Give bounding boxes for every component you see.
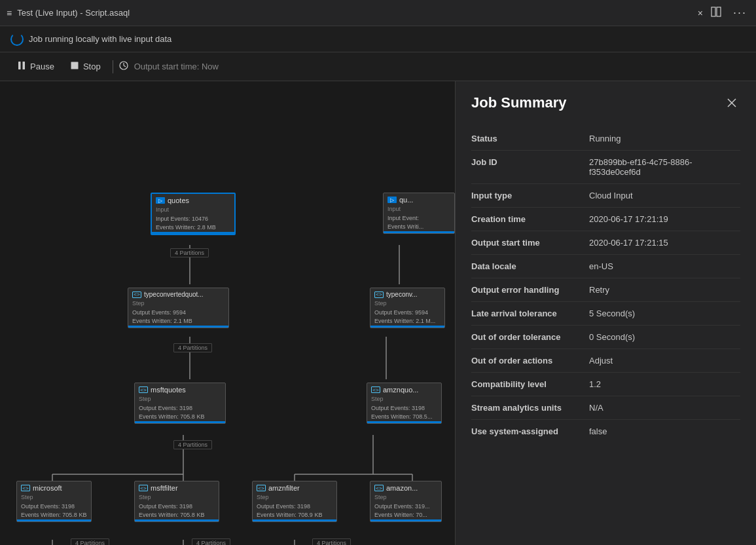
node-msftfilter[interactable]: <> msftfilter Step Output Events: 3198 E… [134, 481, 219, 522]
summary-value: 5 Second(s) [589, 309, 740, 318]
node-amznfilter-icon: <> [257, 485, 266, 491]
tab-close-icon[interactable]: × [698, 8, 703, 18]
summary-value: 27b899bb-ef16-4c75-8886-f353de0cef6d [589, 157, 740, 177]
toolbar: Pause Stop Output start time: Now [0, 52, 756, 81]
node-amznquotes-icon: <> [371, 386, 380, 393]
node-typeconverted1[interactable]: <> typeconvertedquot... Step Output Even… [128, 288, 229, 328]
node-bar [367, 421, 441, 423]
summary-label: Out of order tolerance [471, 332, 589, 342]
summary-row: StatusRunning [471, 127, 740, 151]
node-amznfilter[interactable]: <> amznfilter Step Output Events: 3198 E… [252, 481, 337, 522]
node-amazon[interactable]: <> amazon... Step Output Events: 319... … [370, 481, 442, 522]
summary-label: Input type [471, 191, 589, 200]
panel-header: Job Summary [471, 94, 740, 111]
summary-value: 1.2 [589, 379, 740, 389]
summary-row: Output error handlingRetry [471, 278, 740, 302]
summary-label: Creation time [471, 214, 589, 224]
node-typeconverted2-icon: <> [374, 291, 384, 298]
summary-row: Output start time2020-06-17 17:21:15 [471, 231, 740, 255]
output-time-label: Output start time: Now [134, 62, 219, 71]
partition-label-1: 4 Partitions [170, 248, 209, 257]
panel-close-button[interactable] [723, 94, 740, 111]
node-typeconverted2[interactable]: <> typeconv... Step Output Events: 9594 … [370, 288, 445, 328]
node-typeconverted1-icon: <> [132, 291, 141, 298]
summary-table: StatusRunningJob ID27b899bb-ef16-4c75-88… [471, 127, 740, 443]
summary-label: Stream analytics units [471, 403, 589, 413]
svg-rect-0 [711, 7, 715, 16]
svg-rect-3 [23, 62, 26, 69]
more-actions-button[interactable]: ··· [730, 5, 749, 21]
node-bar [128, 326, 228, 328]
summary-row: Job ID27b899bb-ef16-4c75-8886-f353de0cef… [471, 151, 740, 184]
node-amazon-icon: <> [374, 485, 384, 491]
node-amznquotes[interactable]: <> amznquo... Step Output Events: 3198 E… [367, 383, 442, 424]
node-msftfilter-icon: <> [139, 485, 148, 491]
summary-label: Output start time [471, 238, 589, 248]
summary-label: Data locale [471, 261, 589, 271]
summary-row: Use system-assignedfalse [471, 420, 740, 443]
node-quotes1-icon: ▷ [156, 197, 165, 204]
status-text: Job running locally with live input data [29, 34, 171, 44]
pause-button[interactable]: Pause [10, 57, 61, 76]
summary-label: Out of order actions [471, 356, 589, 366]
node-bar [135, 421, 225, 423]
summary-row: Out of order tolerance0 Second(s) [471, 326, 740, 349]
partition-label-5: 4 Partitions [192, 538, 230, 545]
node-bar [370, 326, 444, 328]
main-content: ▷ quotes Input Input Events: 10476 Event… [0, 81, 756, 545]
node-bar [253, 519, 336, 521]
summary-value: en-US [589, 261, 740, 271]
stop-icon [70, 61, 79, 72]
summary-value: 2020-06-17 17:21:19 [589, 214, 740, 224]
node-bar [152, 232, 234, 234]
toolbar-separator [113, 60, 113, 73]
node-msftquotes[interactable]: <> msftquotes Step Output Events: 3198 E… [134, 383, 226, 424]
title-bar-actions: ··· [708, 5, 749, 21]
menu-icon[interactable]: ≡ [7, 8, 12, 18]
node-bar [384, 231, 454, 233]
summary-row: Stream analytics unitsN/A [471, 396, 740, 420]
node-bar [135, 519, 219, 521]
node-quotes1[interactable]: ▷ quotes Input Input Events: 10476 Event… [151, 193, 236, 235]
summary-value: Running [589, 134, 740, 143]
summary-row: Creation time2020-06-17 17:21:19 [471, 208, 740, 231]
diagram-canvas-area[interactable]: ▷ quotes Input Input Events: 10476 Event… [0, 81, 455, 545]
partition-label-2: 4 Partitions [173, 343, 212, 352]
title-bar: ≡ Test (Live Input) - Script.asaql × ··· [0, 0, 756, 26]
stop-button[interactable]: Stop [63, 57, 107, 76]
loading-spinner [10, 33, 24, 46]
summary-label: Use system-assigned [471, 426, 589, 436]
node-bar [370, 519, 441, 521]
split-editor-button[interactable] [708, 5, 724, 21]
summary-label: Late arrival tolerance [471, 309, 589, 318]
status-bar: Job running locally with live input data [0, 26, 756, 52]
summary-label: Compatibility level [471, 379, 589, 389]
summary-value: 0 Second(s) [589, 332, 740, 342]
node-quotes2-icon: ▷ [387, 197, 397, 203]
svg-rect-2 [18, 62, 21, 69]
node-quotes2[interactable]: ▷ qu... Input Input Event: Events Writi.… [383, 193, 455, 234]
clock-icon [118, 60, 129, 73]
summary-value: Adjust [589, 356, 740, 366]
svg-line-7 [124, 66, 126, 67]
summary-label: Status [471, 134, 589, 143]
tab-title: Test (Live Input) - Script.asaql [17, 8, 690, 18]
partition-label-6: 4 Partitions [312, 538, 351, 545]
summary-label: Output error handling [471, 285, 589, 295]
summary-row: Data localeen-US [471, 255, 740, 278]
summary-row: Compatibility level1.2 [471, 373, 740, 396]
svg-rect-1 [717, 7, 721, 16]
summary-row: Out of order actionsAdjust [471, 349, 740, 373]
panel-title: Job Summary [471, 94, 567, 111]
summary-value: N/A [589, 403, 740, 413]
node-bar [17, 519, 91, 521]
job-summary-panel: Job Summary StatusRunningJob ID27b899bb-… [455, 81, 756, 545]
node-msftquotes-icon: <> [139, 386, 148, 393]
summary-value: false [589, 426, 740, 436]
partition-label-3: 4 Partitions [173, 440, 212, 449]
node-microsoft-step[interactable]: <> microsoft Step Output Events: 3198 Ev… [16, 481, 92, 522]
pause-icon [17, 61, 26, 72]
svg-rect-4 [71, 62, 78, 69]
summary-value: 2020-06-17 17:21:15 [589, 238, 740, 248]
summary-row: Late arrival tolerance5 Second(s) [471, 302, 740, 326]
